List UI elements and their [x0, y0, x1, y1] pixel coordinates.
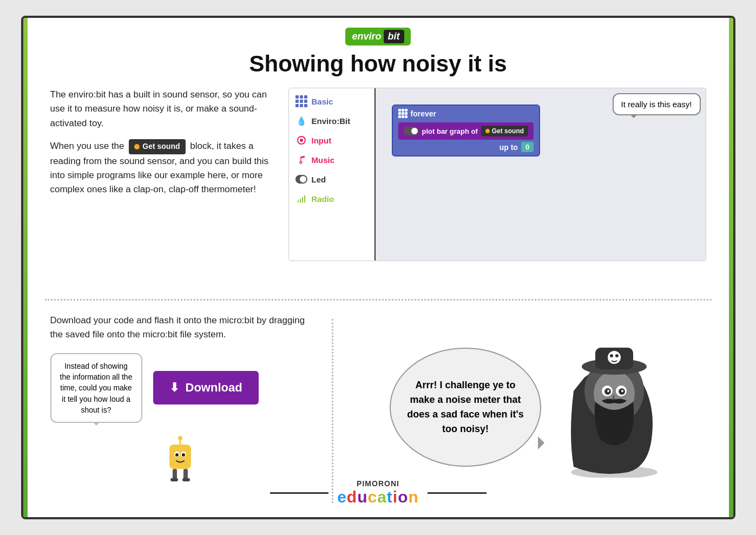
svg-point-10 [182, 453, 185, 456]
challenge-bubble: Arrr! I challenge ye to make a noise met… [390, 348, 541, 467]
pimoroni-text: PIMORONI [337, 479, 419, 488]
svg-point-30 [621, 390, 623, 392]
footer-logo: PIMORONI education [328, 479, 428, 506]
speech-bubble-tr: It really is this easy! [613, 93, 701, 115]
plot-bar-label: plot bar graph of [422, 127, 478, 135]
page-title: Showing how noisy it is [249, 51, 507, 77]
sidebar-item-envirobit[interactable]: 💧 Enviro:Bit [289, 111, 374, 131]
plot-toggle-icon [404, 127, 419, 135]
svg-point-29 [607, 390, 609, 392]
sidebar-basic-label: Basic [312, 97, 333, 106]
svg-rect-3 [300, 199, 301, 203]
download-button[interactable]: ⬇ Download [153, 371, 259, 404]
svg-point-23 [610, 354, 613, 357]
footer-line-right [428, 492, 487, 494]
sidebar-item-music[interactable]: Music [289, 150, 374, 169]
education-text: education [337, 488, 419, 506]
download-icon: ⬇ [169, 381, 179, 395]
svg-point-1 [300, 139, 303, 142]
sidebar-music-label: Music [312, 155, 335, 165]
sidebar-led-label: Led [312, 175, 326, 184]
para2: When you use the Get sound block, it tak… [50, 139, 278, 197]
edu-e: e [337, 488, 347, 506]
bottom-left: Download your code and flash it onto the… [50, 314, 310, 501]
forever-label: forever [411, 109, 436, 118]
sidebar-radio-label: Radio [312, 194, 334, 204]
led-toggle-icon [295, 173, 307, 185]
footer: PIMORONI education [270, 475, 487, 511]
download-label: Download [186, 381, 242, 395]
logo-badge: enviro bit [345, 28, 410, 45]
up-to-label: up to [499, 143, 518, 152]
get-sound-block-dot [485, 129, 490, 133]
svg-point-24 [615, 354, 619, 357]
bottom-right: Arrr! I challenge ye to make a noise met… [355, 314, 706, 501]
sidebar-input-label: Input [312, 136, 332, 145]
footer-line-left [270, 492, 329, 494]
sidebar-envirobit-label: Enviro:Bit [312, 116, 351, 126]
pirate-mascot [557, 337, 671, 478]
page: enviro bit Showing how noisy it is The e… [21, 16, 735, 519]
get-sound-dot [134, 144, 140, 149]
download-row: Instead of showing the information all t… [50, 353, 310, 423]
edu-n: n [409, 488, 419, 506]
sidebar-item-led[interactable]: Led [289, 169, 374, 189]
forever-header: forever [398, 109, 534, 118]
svg-rect-5 [304, 195, 305, 203]
svg-point-12 [178, 436, 182, 440]
edu-o: o [398, 488, 408, 506]
edu-u: u [357, 488, 367, 506]
edu-d: d [347, 488, 357, 506]
bottom-left-description: Download your code and flash it onto the… [50, 314, 310, 342]
edu-c: c [367, 488, 377, 506]
get-sound-inline-label: Get sound [142, 141, 180, 153]
forever-grid-icon [398, 109, 407, 118]
input-icon [295, 134, 307, 146]
edu-i: i [393, 488, 398, 506]
svg-rect-16 [182, 478, 190, 481]
hint-bubble: Instead of showing the information all t… [50, 353, 142, 423]
svg-rect-4 [302, 197, 303, 203]
basic-grid-icon [295, 95, 307, 107]
get-sound-inline-block: Get sound [129, 139, 185, 154]
led-robot-mascot [159, 434, 202, 488]
music-icon [295, 154, 307, 166]
radio-icon [295, 193, 307, 205]
sidebar-item-input[interactable]: Input [289, 131, 374, 150]
edu-a: a [377, 488, 387, 506]
forever-block: forever plot bar graph of Get sound up t… [392, 105, 541, 156]
svg-rect-15 [170, 478, 178, 481]
top-right: Basic 💧 Enviro:Bit Input [288, 88, 706, 293]
challenge-text: Arrr! I challenge ye to make a noise met… [402, 378, 529, 436]
get-sound-block-label: Get sound [492, 127, 524, 135]
up-to-row: up to 0 [398, 142, 534, 152]
get-sound-block: Get sound [481, 126, 528, 136]
sidebar-item-basic[interactable]: Basic [289, 92, 374, 111]
top-section: The enviro:bit has a built in sound sens… [23, 77, 733, 299]
plot-bar-block: plot bar graph of Get sound [398, 122, 534, 140]
para1: The enviro:bit has a built in sound sens… [50, 88, 278, 131]
para2-before: When you use the [50, 141, 124, 151]
sidebar-item-radio[interactable]: Radio [289, 189, 374, 208]
svg-point-9 [175, 453, 179, 456]
logo-enviro: enviro [352, 31, 381, 42]
svg-rect-6 [169, 445, 191, 469]
top-left: The enviro:bit has a built in sound sens… [50, 88, 278, 293]
speech-bubble-tr-text: It really is this easy! [621, 100, 692, 109]
zero-block: 0 [521, 142, 534, 152]
svg-rect-2 [298, 200, 299, 203]
makecode-sidebar: Basic 💧 Enviro:Bit Input [289, 88, 376, 260]
header: enviro bit Showing how noisy it is [23, 18, 733, 77]
logo-bit: bit [384, 30, 404, 43]
edu-t: t [387, 488, 393, 506]
envirobit-icon: 💧 [295, 115, 307, 127]
